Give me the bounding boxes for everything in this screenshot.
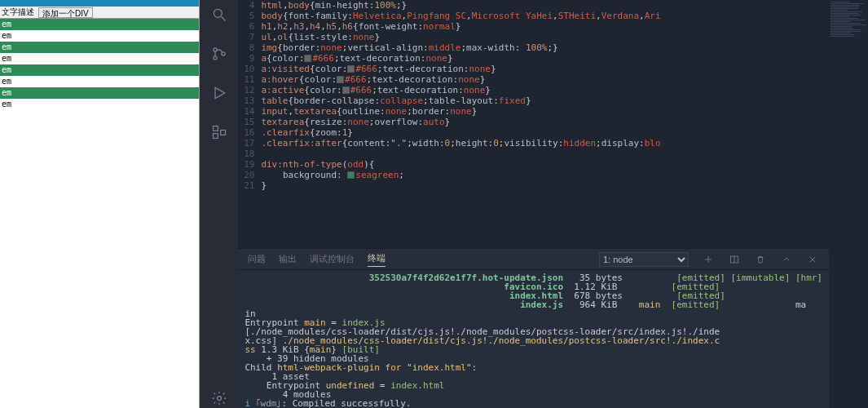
kill-terminal-icon[interactable] [754,253,767,266]
svg-marker-5 [215,87,225,98]
browser-titlebar [0,0,199,7]
panel-tabs: 问题输出调试控制台终端 1: node [238,249,829,270]
bottom-panel: 问题输出调试控制台终端 1: node 352530a7f4f2d62e1f7f… [238,248,829,408]
debug-icon[interactable] [209,83,229,103]
stripe-list: emememememememem [0,19,199,110]
editor-column: 456789101112131415161718192021 html,body… [238,0,829,408]
svg-rect-7 [213,134,218,139]
activity-bar [200,0,238,408]
maximize-panel-icon[interactable] [780,253,793,266]
svg-point-0 [214,9,222,17]
panel-tab[interactable]: 调试控制台 [310,253,355,265]
code-editor[interactable]: 456789101112131415161718192021 html,body… [238,0,829,248]
terminal-selector[interactable]: 1: node [599,252,689,267]
source-control-icon[interactable] [209,44,229,64]
stripe-item: em [0,87,199,99]
panel-tab[interactable]: 问题 [248,253,266,265]
addrbar-text: 文字描述 [2,7,34,18]
stripe-item: em [0,64,199,76]
extensions-icon[interactable] [209,122,229,142]
terminal-output[interactable]: 352530a7f4f2d62e1f7f.hot-update.json 35 … [238,270,829,408]
split-terminal-icon[interactable] [728,253,741,266]
line-gutter: 456789101112131415161718192021 [238,0,261,248]
browser-toolbar: 文字描述 添加一个DIV [0,7,199,19]
close-panel-icon[interactable] [806,253,819,266]
panel-tab[interactable]: 终端 [368,252,386,267]
svg-point-4 [222,52,225,55]
search-icon[interactable] [209,5,229,24]
stripe-item: em [0,30,199,42]
new-terminal-icon[interactable] [702,253,715,266]
stripe-item: em [0,76,199,87]
code-content[interactable]: html,body{min-height:100%;}body{font-fam… [261,0,829,248]
svg-point-3 [214,56,217,60]
stripe-item: em [0,53,199,64]
svg-point-2 [214,48,217,51]
vscode-window: 456789101112131415161718192021 html,body… [200,0,868,408]
stripe-item: em [0,99,199,110]
panel-tab[interactable]: 输出 [279,253,297,265]
svg-line-1 [221,17,225,21]
svg-rect-8 [221,131,226,135]
stripe-item: em [0,42,199,53]
svg-rect-6 [213,126,218,131]
svg-point-9 [217,397,221,401]
browser-preview: 文字描述 添加一个DIV emememememememem [0,0,200,408]
minimap[interactable] [829,0,868,408]
stripe-item: em [0,19,199,30]
settings-gear-icon[interactable] [209,388,229,408]
add-div-button[interactable]: 添加一个DIV [38,7,93,18]
